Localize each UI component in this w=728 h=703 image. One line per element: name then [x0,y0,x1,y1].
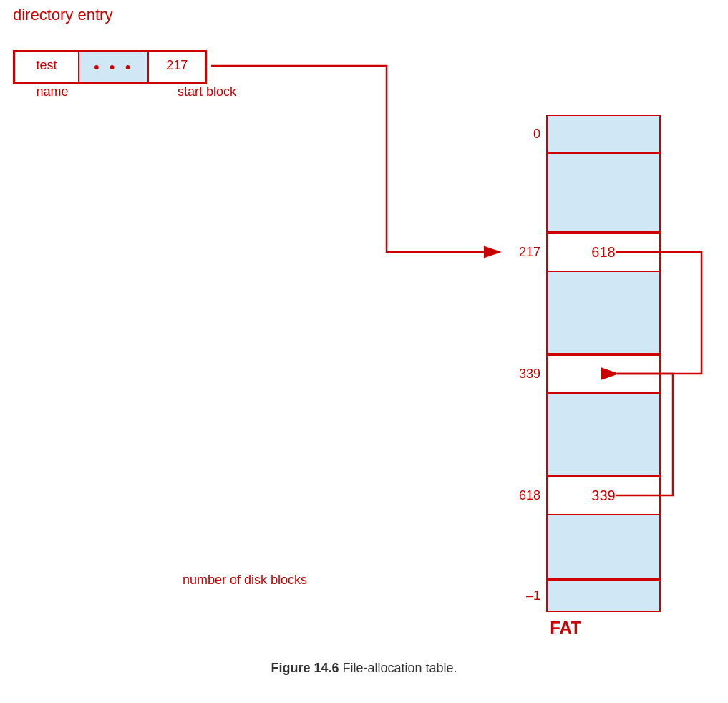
directory-entry-label: directory entry [13,6,112,24]
fat-cell-neg1 [546,580,661,612]
fat-row-0: 0 [501,115,661,154]
fat-title-label: FAT [508,618,623,638]
fat-cell-empty3 [546,394,661,476]
dir-cell-dots: • • • [79,52,148,83]
fat-label-neg1: –1 [501,588,540,603]
fat-label-217: 217 [501,245,540,260]
disk-blocks-label: number of disk blocks [183,573,307,588]
fat-cell-empty2 [546,272,661,354]
dir-cell-number: 217 [148,52,205,83]
figure-caption-text: File-allocation table. [342,661,457,675]
fat-row-217: 217 618 [501,233,661,272]
figure-caption-bold: Figure 14.6 [271,661,339,675]
fat-row-618: 618 339 [501,476,661,515]
name-label: name [6,84,99,100]
fat-cell-618: 339 [546,476,661,515]
fat-row-empty3 [501,394,661,476]
fat-label-0: 0 [501,127,540,142]
fat-row-empty1 [501,154,661,233]
dir-cell-name: test [14,52,79,83]
main-container: directory entry test • • • 217 name star… [0,0,728,703]
fat-label-618: 618 [501,488,540,503]
fat-row-empty4 [501,515,661,580]
fat-cell-empty4 [546,515,661,580]
fat-cell-339 [546,354,661,394]
figure-caption: Figure 14.6 File-allocation table. [271,661,457,676]
fat-cell-empty1 [546,154,661,233]
fat-label-339: 339 [501,367,540,382]
fat-cell-0 [546,115,661,154]
fat-row-339: 339 [501,354,661,394]
start-block-label: start block [178,84,236,100]
directory-entry-table: test • • • 217 [13,50,207,84]
fat-row-neg1: –1 [501,580,661,612]
fat-row-empty2 [501,272,661,354]
dir-sublabels: name start block [13,84,236,100]
fat-cell-217: 618 [546,233,661,272]
